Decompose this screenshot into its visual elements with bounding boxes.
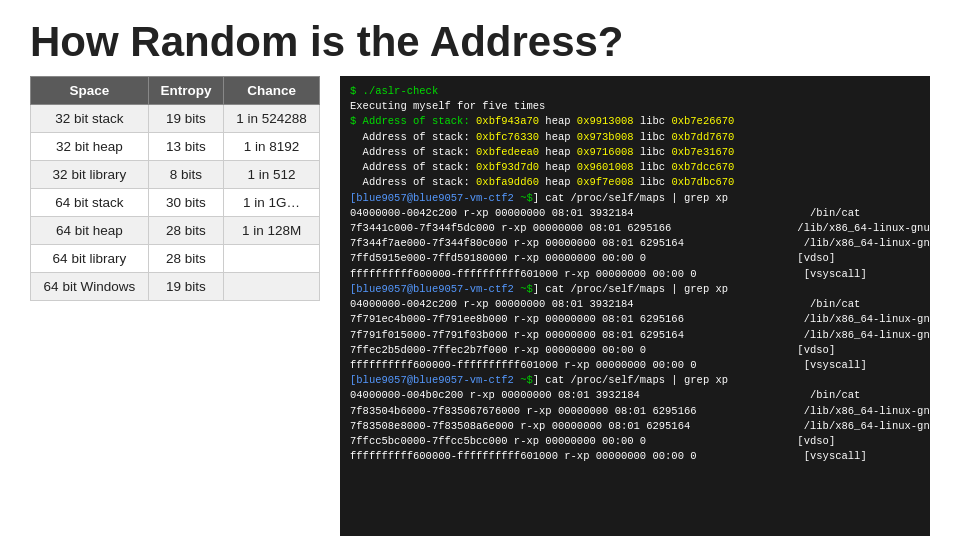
col-header-space: Space bbox=[31, 77, 149, 105]
terminal-line-1: $ ./aslr-check bbox=[350, 84, 920, 99]
table-row: 64 bit heap28 bits1 in 128M bbox=[31, 217, 320, 245]
terminal-line-17: 7f791f015000-7f791f03b000 r-xp 00000000 … bbox=[350, 328, 920, 343]
table-row: 64 bit stack30 bits1 in 1G… bbox=[31, 189, 320, 217]
terminal-line-10: 7f3441c000-7f344f5dc000 r-xp 00000000 08… bbox=[350, 221, 920, 236]
terminal-line-8: [blue9057@blue9057-vm-ctf2 ~$] cat /proc… bbox=[350, 191, 920, 206]
terminal-line-2: Executing myself for five times bbox=[350, 99, 920, 114]
table-cell-1-2: 1 in 8192 bbox=[224, 133, 320, 161]
table-row: 64 bit Windows19 bits bbox=[31, 273, 320, 301]
table-cell-6-1: 19 bits bbox=[148, 273, 223, 301]
table-cell-1-0: 32 bit heap bbox=[31, 133, 149, 161]
table-cell-0-2: 1 in 524288 bbox=[224, 105, 320, 133]
terminal-line-7: Address of stack: 0xbfa9dd60 heap 0x9f7e… bbox=[350, 175, 920, 190]
table-row: 32 bit stack19 bits1 in 524288 bbox=[31, 105, 320, 133]
table-cell-2-1: 8 bits bbox=[148, 161, 223, 189]
table-row: 64 bit library28 bits bbox=[31, 245, 320, 273]
terminal-line-5: Address of stack: 0xbfedeea0 heap 0x9716… bbox=[350, 145, 920, 160]
table-row: 32 bit library8 bits1 in 512 bbox=[31, 161, 320, 189]
table-cell-5-2 bbox=[224, 245, 320, 273]
table-cell-3-0: 64 bit stack bbox=[31, 189, 149, 217]
table-cell-1-1: 13 bits bbox=[148, 133, 223, 161]
terminal-line-3: $ Address of stack: 0xbf943a70 heap 0x99… bbox=[350, 114, 920, 129]
terminal-line-19: ffffffffff600000-ffffffffff601000 r-xp 0… bbox=[350, 358, 920, 373]
table-cell-5-1: 28 bits bbox=[148, 245, 223, 273]
terminal-line-12: 7ffd5915e000-7ffd59180000 r-xp 00000000 … bbox=[350, 251, 920, 266]
terminal-line-23: 7f83508e8000-7f83508a6e000 r-xp 00000000… bbox=[350, 419, 920, 434]
table-cell-4-0: 64 bit heap bbox=[31, 217, 149, 245]
col-header-chance: Chance bbox=[224, 77, 320, 105]
table-cell-3-1: 30 bits bbox=[148, 189, 223, 217]
terminal-line-15: 04000000-0042c200 r-xp 00000000 08:01 39… bbox=[350, 297, 920, 312]
table-cell-0-0: 32 bit stack bbox=[31, 105, 149, 133]
table-row: 32 bit heap13 bits1 in 8192 bbox=[31, 133, 320, 161]
aslr-table: Space Entropy Chance 32 bit stack19 bits… bbox=[30, 76, 320, 301]
terminal-line-6: Address of stack: 0xbf93d7d0 heap 0x9601… bbox=[350, 160, 920, 175]
terminal-panel: $ ./aslr-check Executing myself for five… bbox=[340, 76, 930, 536]
table-cell-6-0: 64 bit Windows bbox=[31, 273, 149, 301]
terminal-line-9: 04000000-0042c200 r-xp 00000000 08:01 39… bbox=[350, 206, 920, 221]
terminal-line-21: 04000000-004b0c200 r-xp 00000000 08:01 3… bbox=[350, 388, 920, 403]
terminal-line-24: 7ffcc5bc0000-7ffcc5bcc000 r-xp 00000000 … bbox=[350, 434, 920, 449]
table-cell-3-2: 1 in 1G… bbox=[224, 189, 320, 217]
table-cell-2-2: 1 in 512 bbox=[224, 161, 320, 189]
table-cell-5-0: 64 bit library bbox=[31, 245, 149, 273]
terminal-line-25: ffffffffff600000-ffffffffff601000 r-xp 0… bbox=[350, 449, 920, 464]
col-header-entropy: Entropy bbox=[148, 77, 223, 105]
terminal-line-13: ffffffffff600000-ffffffffff601000 r-xp 0… bbox=[350, 267, 920, 282]
table-cell-2-0: 32 bit library bbox=[31, 161, 149, 189]
terminal-line-14: [blue9057@blue9057-vm-ctf2 ~$] cat /proc… bbox=[350, 282, 920, 297]
table-cell-4-1: 28 bits bbox=[148, 217, 223, 245]
terminal-line-22: 7f83504b6000-7f835067676000 r-xp 0000000… bbox=[350, 404, 920, 419]
terminal-line-4: Address of stack: 0xbfc76330 heap 0x973b… bbox=[350, 130, 920, 145]
terminal-line-11: 7f344f7ae000-7f344f80c000 r-xp 00000000 … bbox=[350, 236, 920, 251]
table-cell-4-2: 1 in 128M bbox=[224, 217, 320, 245]
terminal-line-16: 7f791ec4b000-7f791ee8b000 r-xp 00000000 … bbox=[350, 312, 920, 327]
aslr-table-panel: Space Entropy Chance 32 bit stack19 bits… bbox=[30, 76, 320, 536]
table-cell-0-1: 19 bits bbox=[148, 105, 223, 133]
terminal-line-18: 7ffec2b5d000-7ffec2b7f000 r-xp 00000000 … bbox=[350, 343, 920, 358]
page-title: How Random is the Address? bbox=[0, 0, 960, 76]
terminal-line-20: [blue9057@blue9057-vm-ctf2 ~$] cat /proc… bbox=[350, 373, 920, 388]
table-cell-6-2 bbox=[224, 273, 320, 301]
